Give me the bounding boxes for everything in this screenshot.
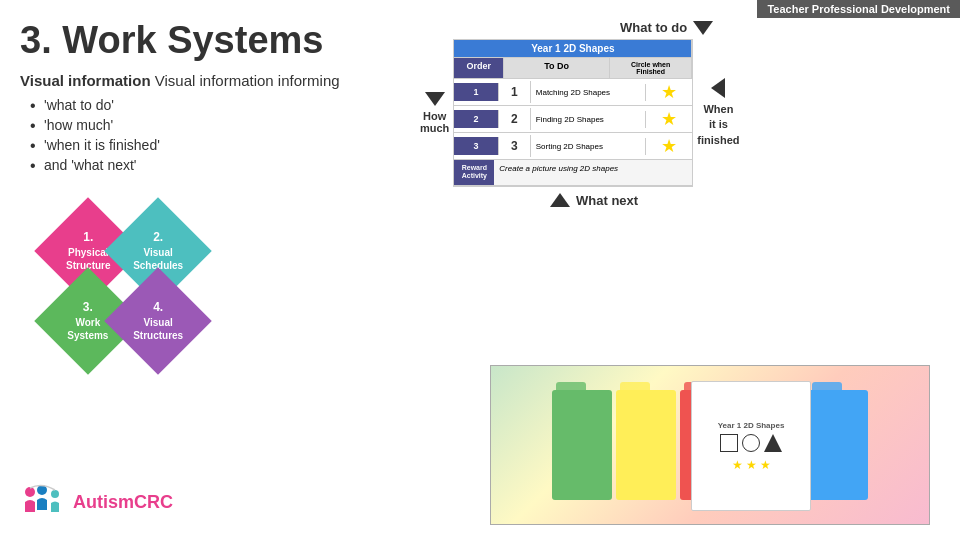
table-cell-order-2: 2	[454, 110, 499, 128]
folder-yellow	[616, 390, 676, 500]
table-cell-num-1: 1	[499, 81, 531, 103]
logo-area: AutismCRC	[20, 480, 173, 525]
table-row-1: 1 1 Matching 2D Shapes ★	[454, 79, 692, 106]
when-finished-area: Whenit isfinished	[697, 39, 739, 187]
folder-green	[552, 390, 612, 500]
table-cell-desc-3: Sorting 2D Shapes	[531, 138, 647, 155]
circle-shape	[742, 434, 760, 452]
how-much-area: Howmuch	[420, 39, 449, 187]
bullet-item-1: 'what to do'	[30, 97, 400, 113]
autism-crc-logo-icon	[20, 480, 65, 525]
star-cell-2: ★	[646, 106, 692, 132]
diamond-grid: 1. PhysicalStructure 2. VisualSchedules …	[30, 193, 230, 393]
table-row-2: 2 2 Finding 2D Shapes ★	[454, 106, 692, 133]
stars-row: ★ ★ ★	[718, 458, 785, 472]
table-cell-desc-1: Matching 2D Shapes	[531, 84, 647, 101]
shape-drawings	[718, 434, 785, 452]
table-header-order: Order	[454, 58, 504, 78]
table-row-3: 3 3 Sorting 2D Shapes ★	[454, 133, 692, 160]
bullet-item-4: and 'what next'	[30, 157, 400, 173]
what-next-area: What next	[550, 193, 940, 208]
table-cell-order-1: 1	[454, 83, 499, 101]
worksheet-mockup: Year 1 2D Shapes ★ ★ ★	[691, 381, 811, 511]
logo-text: AutismCRC	[73, 492, 173, 513]
table-cell-order-3: 3	[454, 137, 499, 155]
reward-row: RewardActivity Create a picture using 2D…	[454, 160, 692, 186]
when-finished-label: Whenit isfinished	[697, 102, 739, 148]
reward-label: RewardActivity	[454, 160, 494, 185]
bullet-item-3: 'when it is finished'	[30, 137, 400, 153]
what-next-arrow	[550, 193, 570, 207]
work-system-table: Year 1 2D Shapes Order To Do Circle when…	[453, 39, 693, 187]
star-icon-3: ★	[661, 135, 677, 157]
star-icon-1: ★	[661, 81, 677, 103]
how-much-label: Howmuch	[420, 110, 449, 134]
table-cell-num-2: 2	[499, 108, 531, 130]
svg-point-0	[25, 487, 35, 497]
star-cell-3: ★	[646, 133, 692, 159]
star-cell-1: ★	[646, 79, 692, 105]
worksheet-title: Year 1 2D Shapes	[718, 421, 785, 430]
svg-point-2	[51, 490, 59, 498]
left-panel: 3. Work Systems Visual information Visua…	[20, 20, 400, 393]
star-icon-2: ★	[661, 108, 677, 130]
slide-title: 3. Work Systems	[20, 20, 400, 62]
how-much-arrow	[425, 92, 445, 106]
star-1: ★	[732, 458, 743, 472]
work-system-wrapper: Howmuch Year 1 2D Shapes Order To Do Cir…	[420, 39, 940, 187]
triangle-shape	[764, 434, 782, 452]
when-finished-arrow	[711, 78, 725, 98]
right-panel: What to do Howmuch Year 1 2D Shapes Orde…	[420, 20, 940, 208]
visual-info-heading: Visual information Visual information in…	[20, 72, 400, 89]
table-sub-header: Order To Do Circle whenFinished	[454, 58, 692, 79]
what-to-do-label: What to do	[620, 20, 687, 35]
table-header-todo: To Do	[504, 58, 610, 78]
what-to-do-area: What to do	[620, 20, 940, 35]
header-bar: Teacher Professional Development	[757, 0, 960, 18]
star-2: ★	[746, 458, 757, 472]
folder-blue	[808, 390, 868, 500]
bullet-item-2: 'how much'	[30, 117, 400, 133]
photo-area: Year 1 2D Shapes ★ ★ ★	[490, 365, 930, 525]
star-3: ★	[760, 458, 771, 472]
table-title-row: Year 1 2D Shapes	[454, 40, 692, 58]
table-cell-num-3: 3	[499, 135, 531, 157]
reward-desc: Create a picture using 2D shapes	[494, 160, 692, 185]
what-next-label: What next	[576, 193, 638, 208]
table-title: Year 1 2D Shapes	[454, 40, 692, 57]
square-shape	[720, 434, 738, 452]
table-cell-desc-2: Finding 2D Shapes	[531, 111, 647, 128]
diamond-visual-structures: 4. VisualStructures	[120, 283, 200, 363]
header-title: Teacher Professional Development	[767, 3, 950, 15]
table-header-finished: Circle whenFinished	[610, 58, 692, 78]
what-to-do-arrow	[693, 21, 713, 35]
bullet-list: 'what to do' 'how much' 'when it is fini…	[30, 97, 400, 173]
